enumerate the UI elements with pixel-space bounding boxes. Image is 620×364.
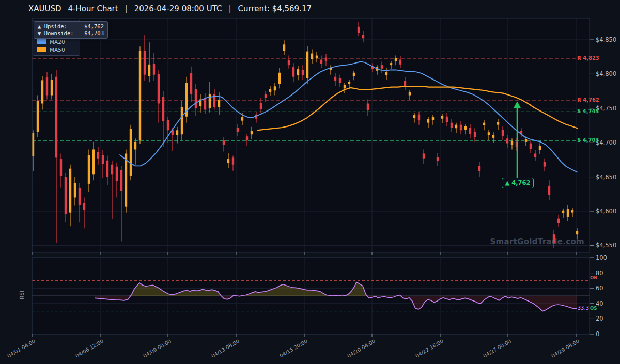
bear-candle [544, 162, 546, 166]
legend-item-ma20: MA20 [37, 38, 76, 45]
bear-candle [60, 159, 62, 176]
level-label: R 4,762 [577, 97, 599, 103]
chart-header: XAUUSD 4-Hour Chart | 2026-04-29 08:00 U… [28, 4, 312, 13]
downside-value: $4,703 [84, 30, 104, 37]
price-axis-tick-label: $4,600 [596, 208, 616, 215]
bull-candle [139, 51, 141, 140]
bear-candle [153, 64, 155, 74]
level-label: S 4,745 [577, 108, 599, 114]
bear-candle [437, 157, 439, 161]
bear-candle [246, 136, 248, 140]
bull-candle [483, 123, 485, 125]
level-label: R 4,823 [577, 55, 599, 61]
bull-candle [441, 116, 443, 118]
bull-candle [92, 149, 95, 174]
bull-candle [413, 115, 415, 118]
bear-candle [548, 186, 550, 195]
bear-candle [320, 60, 322, 64]
bear-candle [162, 97, 164, 121]
bull-candle [427, 119, 429, 123]
bull-candle [567, 209, 569, 217]
bull-candle [432, 117, 434, 120]
bull-candle [488, 132, 490, 135]
rsi-axis-tick-label: 100 [596, 254, 607, 261]
timestamp: 2026-04-29 08:00 UTC [134, 4, 222, 13]
bear-candle [362, 35, 364, 39]
bear-candle [469, 128, 471, 134]
bull-candle [576, 231, 578, 235]
bear-candle [474, 132, 476, 137]
price-levels-tooltip: ▲ Upside: $4,762 ▼ Downside: $4,703 [34, 21, 108, 39]
bull-candle [409, 92, 411, 96]
bear-candle [358, 27, 360, 33]
bear-candle [446, 117, 448, 122]
bull-candle [176, 130, 178, 135]
bear-candle [399, 60, 401, 65]
timeframe: 4-Hour Chart [68, 4, 118, 13]
level-label: S 4,703 [577, 137, 599, 143]
bull-candle [134, 142, 136, 150]
bear-candle [195, 89, 197, 108]
bear-candle [158, 74, 160, 103]
bear-candle [65, 177, 67, 214]
bull-candle [74, 183, 76, 198]
bull-candle [562, 211, 564, 213]
bear-candle [260, 103, 262, 109]
bear-candle [302, 70, 304, 75]
bull-candle [218, 100, 220, 107]
bear-candle [502, 130, 504, 136]
bear-candle [79, 188, 81, 205]
current-price: Current: $4,569.17 [238, 4, 312, 13]
bull-candle [51, 80, 53, 96]
bull-candle [492, 135, 494, 138]
bull-candle [571, 210, 574, 212]
bull-candle [511, 141, 513, 145]
target-annotation: ▲ 4,762 [502, 178, 534, 188]
bear-candle [223, 140, 225, 145]
separator: | [228, 4, 231, 13]
bear-candle [530, 144, 532, 149]
legend-swatch-icon [37, 47, 47, 52]
bull-candle [311, 54, 313, 59]
bear-candle [204, 98, 206, 110]
bull-candle [464, 126, 467, 130]
bear-candle [325, 58, 327, 61]
bear-candle [83, 203, 85, 210]
bull-candle [227, 159, 229, 163]
bull-candle [316, 56, 318, 58]
bull-candle [88, 155, 90, 184]
bull-candle [283, 44, 285, 51]
rsi-axis-tick-label: 20 [596, 315, 603, 322]
downside-row: ▼ Downside: $4,703 [38, 30, 104, 37]
bull-candle [497, 122, 499, 124]
price-axis-tick-label: $4,550 [596, 242, 616, 249]
bear-candle [381, 65, 383, 69]
bull-candle [274, 86, 276, 90]
bull-candle [148, 65, 150, 76]
bear-candle [111, 165, 113, 175]
upside-row: ▲ Upside: $4,762 [38, 23, 104, 30]
bear-candle [46, 77, 48, 96]
rsi-axis-tick-label: 60 [596, 284, 603, 292]
bear-candle [190, 73, 192, 94]
bull-candle [41, 80, 43, 103]
separator: | [125, 4, 128, 13]
bull-candle [385, 72, 388, 75]
bull-candle [251, 131, 253, 135]
bull-candle [269, 89, 271, 92]
bear-candle [478, 166, 481, 171]
bull-candle [525, 139, 527, 142]
bear-candle [339, 78, 341, 83]
legend-item-label: MA50 [50, 46, 65, 53]
bear-candle [423, 153, 425, 158]
bull-candle [181, 107, 183, 134]
bull-candle [353, 73, 355, 76]
bear-candle [404, 81, 406, 86]
bull-candle [37, 101, 39, 132]
legend-item-label: MA20 [50, 39, 65, 45]
bear-candle [120, 170, 122, 191]
bear-candle [451, 123, 453, 128]
bear-candle [534, 153, 536, 157]
rsi-axis-tick-label: 80 [596, 270, 603, 277]
bull-candle [344, 85, 346, 89]
